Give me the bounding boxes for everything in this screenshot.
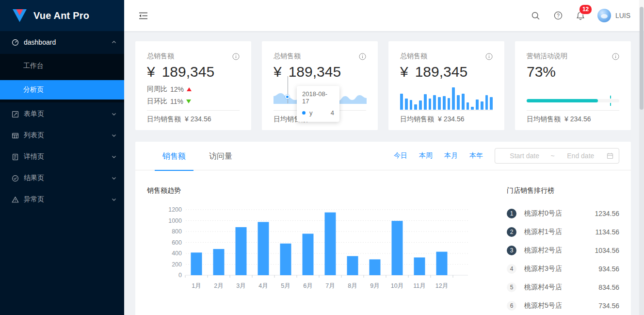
metric-week-ratio: 同周比 12% [147,83,240,95]
bar-1月[interactable] [191,252,202,275]
info-icon[interactable] [485,53,493,60]
bar-11月[interactable] [414,257,425,275]
bar-3月[interactable] [236,227,247,275]
range-year-link[interactable]: 本年 [469,151,483,160]
info-icon[interactable] [359,53,366,60]
sidebar-item-profile[interactable]: 详情页 [0,147,124,166]
range-week-link[interactable]: 本周 [419,151,433,160]
mini-bar [481,101,483,110]
end-date-placeholder[interactable]: End date [557,152,605,160]
sidebar-item-analysis[interactable]: 分析页 [0,80,124,99]
username: LUIS [615,12,630,19]
store-sales-value: 934.56 [598,265,619,273]
bar-9月[interactable] [370,259,381,275]
mini-bar [433,95,436,110]
brand-title: Vue Ant Pro [33,10,89,21]
y-axis-tick-label: 1200 [168,206,182,213]
start-date-placeholder[interactable]: Start date [500,152,548,160]
bar-10月[interactable] [392,221,403,275]
card-title: 营销活动说明 [527,52,567,61]
info-icon[interactable] [612,53,619,60]
help-icon[interactable]: ? [547,0,569,31]
stat-card-campaign: 营销活动说明 73% 日均销售额 [515,41,631,130]
mini-bar [405,99,408,110]
mini-bar [410,100,413,110]
bar-7月[interactable] [325,213,336,275]
sidebar-item-label: dashboard [24,38,112,46]
store-name: 桃源村1号店 [524,228,595,236]
chevron-down-icon [112,154,116,159]
store-name: 桃源村5号店 [524,301,598,310]
store-sales-value: 734.56 [598,302,619,310]
tooltip-value: 4 [331,109,334,116]
scrollbar-thumb[interactable] [640,7,644,110]
page-scrollbar[interactable] [639,0,644,315]
bar-8月[interactable] [347,256,358,275]
tab-visits[interactable]: 访问量 [201,142,240,170]
card-metrics: 同周比 12% 日环比 11% [147,83,240,106]
sidebar-item-exception[interactable]: 异常页 [0,190,124,209]
avatar [597,9,611,22]
chart-title: 销售额趋势 [147,186,484,197]
notifications-bell[interactable]: 12 [569,0,592,31]
mini-bar [485,95,488,110]
sidebar-item-result[interactable]: 结果页 [0,168,124,188]
info-icon[interactable] [232,53,240,60]
rank-badge: 6 [507,301,516,311]
card-footer: 日均销售额 ¥ 234.56 [147,111,240,124]
sidebar-item-label: 列表页 [24,131,112,140]
tab-sales[interactable]: 销售额 [155,142,193,170]
dashboard-icon [12,39,19,46]
mini-bar [438,97,441,110]
date-range-picker[interactable]: Start date ~ End date [495,148,619,164]
bar-6月[interactable] [303,234,314,276]
sales-panel: 销售额 访问量 今日 本周 本月 本年 Start date ~ End dat… [135,142,631,315]
brand-logo[interactable]: Vue Ant Pro [0,0,124,31]
vue-logo-icon [12,9,28,23]
menu-fold-icon[interactable] [135,9,152,22]
trend-up-icon [187,87,192,91]
mini-bar [424,94,427,110]
user-account[interactable]: LUIS [592,0,636,31]
stat-card-total-sales-3: 总销售额 ¥189,345 日均销售额 ¥ 234.56 [388,41,504,130]
bar-12月[interactable] [436,252,448,275]
rank-badge: 3 [507,246,516,255]
x-axis-tick-label: 12月 [435,282,448,289]
sidebar-item-label: 表单页 [24,110,112,118]
form-icon [12,111,19,118]
mini-bar [462,94,465,110]
ranking-row: 3桃源村2号店1034.56 [507,241,619,260]
bell-icon: 12 [576,11,585,20]
x-axis-tick-label: 9月 [370,282,379,289]
sidebar-item-label: 工作台 [23,62,44,70]
bar-5月[interactable] [280,244,291,275]
range-today-link[interactable]: 今日 [394,151,407,160]
sidebar-item-form[interactable]: 表单页 [0,104,124,124]
sidebar-item-dashboard[interactable]: dashboard [0,33,124,52]
store-name: 桃源村0号店 [524,209,595,218]
progress-fill [527,99,598,102]
sales-trend-bar-chart[interactable]: 0200400600800100012001月2月3月4月5月6月7月8月9月1… [147,206,477,292]
ranking-row: 6桃源村5号店734.56 [507,297,619,315]
chevron-down-icon [112,197,116,202]
mini-bar-chart[interactable] [400,83,493,110]
sidebar-item-workplace[interactable]: 工作台 [0,56,124,76]
sidebar-item-list[interactable]: 列表页 [0,126,124,145]
y-axis-tick-label: 200 [172,261,182,268]
card-title: 总销售额 [147,52,174,61]
search-icon[interactable] [525,0,547,31]
mini-bar [414,104,417,110]
store-sales-value: 1134.56 [595,228,619,236]
x-axis-tick-label: 6月 [303,282,312,289]
card-value: 73% [527,62,619,83]
chevron-down-icon [112,133,116,138]
chart-tooltip: 2018-08-17 y 4 [297,86,339,122]
metric-day-ratio: 日环比 11% [147,95,240,107]
y-axis-tick-label: 800 [172,228,182,235]
range-month-link[interactable]: 本月 [444,151,458,160]
bar-2月[interactable] [213,249,225,275]
mini-bar [443,96,446,110]
sales-panel-tabbar: 销售额 访问量 今日 本周 本月 本年 Start date ~ End dat… [135,142,631,170]
bar-4月[interactable] [258,222,269,275]
rank-badge: 2 [507,227,516,237]
